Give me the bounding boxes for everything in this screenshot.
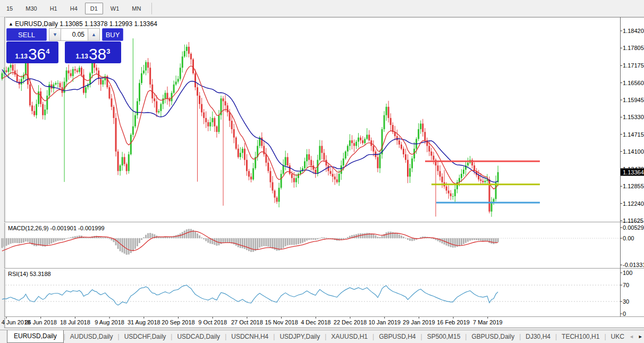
chart-tab-gbpusd-h4[interactable]: GBPUSD,H4 — [374, 331, 420, 342]
sell-price-display[interactable]: 1.13 36 4 — [6, 41, 58, 63]
candle — [289, 165, 291, 174]
candle — [351, 140, 353, 143]
candle — [362, 140, 363, 143]
date-tick-label: 22 Dec 2018 — [334, 319, 367, 325]
candle — [33, 111, 35, 115]
candle — [430, 152, 432, 156]
candle — [295, 178, 297, 182]
chart-tab-dj30-h4[interactable]: DJ30,H4 — [521, 331, 555, 342]
candle — [452, 196, 454, 197]
candle — [120, 165, 121, 171]
candle — [330, 171, 332, 174]
candle — [141, 73, 142, 83]
chart-tab-audusd-daily[interactable]: AUDUSD,Daily — [65, 331, 118, 342]
chart-tab-gbpusd-daily[interactable]: GBPUSD,Daily — [467, 331, 519, 342]
price-tick-label: 1.17805 — [623, 45, 644, 51]
lot-decrease-button[interactable]: ▼ — [49, 28, 61, 41]
buy-button[interactable]: BUY — [102, 28, 123, 41]
chart-tab-usdjpy-daily[interactable]: USDJPY,Daily — [275, 331, 325, 342]
date-tick-label: 4 Dec 2018 — [301, 319, 331, 325]
buy-price-point: 3 — [106, 47, 110, 55]
candle — [310, 160, 312, 166]
tab-scroll-left-icon[interactable]: ◄ — [629, 334, 634, 339]
price-tick-label: 1.15330 — [623, 114, 644, 120]
candle — [85, 87, 87, 93]
buy-price-display[interactable]: 1.13 38 3 — [65, 41, 121, 63]
macd-tick-label: 0.005292 — [623, 224, 644, 231]
timeframe-button-m30[interactable]: M30 — [20, 3, 42, 14]
chart-tab-usdchf-daily[interactable]: USDCHF,Daily — [120, 331, 171, 342]
candle — [68, 71, 70, 73]
timeframe-button-mn[interactable]: MN — [126, 3, 146, 14]
candle — [396, 136, 398, 140]
candle — [173, 85, 175, 93]
price-tick-label: 1.14715 — [623, 131, 644, 138]
candle — [21, 79, 22, 85]
candle — [27, 62, 29, 85]
candle — [31, 105, 33, 111]
sell-price-prefix: 1.13 — [15, 53, 28, 60]
price-tick-label: 1.12240 — [623, 200, 644, 207]
candle — [300, 171, 301, 174]
candle — [128, 154, 130, 171]
candle — [77, 71, 78, 72]
candle — [124, 157, 125, 164]
macd-tick-label: 0.00 — [623, 235, 634, 241]
toolbar-separator — [151, 3, 152, 14]
timeframe-button-h1[interactable]: H1 — [45, 3, 63, 14]
timeframe-button-d1[interactable]: D1 — [85, 3, 103, 14]
timeframe-button-h4[interactable]: H4 — [65, 3, 83, 14]
date-tick-label: 7 Mar 2019 — [473, 319, 503, 325]
candle — [334, 177, 336, 179]
date-tick-label: 9 Aug 2018 — [95, 319, 124, 325]
date-tick-label: 29 Jan 2019 — [403, 319, 435, 325]
candle — [225, 101, 226, 105]
chart-tab-eurusd-daily[interactable]: EURUSD,Daily — [7, 330, 64, 343]
timeframe-button-15[interactable]: 15 — [1, 3, 18, 14]
candle — [115, 118, 117, 152]
buy-price-prefix: 1.13 — [76, 53, 88, 60]
candle — [341, 165, 342, 174]
macd-indicator-label: MACD(12,26,9) -0.001901 -0.001999 — [8, 225, 105, 231]
candle — [12, 65, 14, 71]
timeframe-button-w1[interactable]: W1 — [105, 3, 125, 14]
candle — [244, 149, 245, 160]
candle — [278, 188, 280, 202]
chart-tab-xauusd-h1[interactable]: XAUUSD,H1 — [326, 331, 372, 342]
candle — [343, 158, 344, 165]
date-tick-label: 31 Aug 2018 — [128, 319, 160, 325]
chart-tab-usdcad-daily[interactable]: USDCAD,Daily — [172, 331, 225, 342]
chart-tab-ukc[interactable]: UKC — [606, 331, 629, 342]
candle — [16, 74, 18, 81]
candle — [467, 163, 469, 165]
chart-tab-tech100-h1[interactable]: TECH100,H1 — [557, 331, 604, 342]
candle — [10, 65, 12, 68]
candle — [100, 79, 101, 85]
candle — [428, 146, 430, 152]
collapse-panel-icon[interactable]: ▲ — [9, 21, 13, 27]
candle — [399, 140, 400, 145]
chart-ohlc-values: 1.13085 1.13378 1.12993 1.13364 — [60, 20, 157, 28]
chart-tab-sp500-m15[interactable]: SP500,M15 — [422, 331, 465, 342]
candle — [478, 175, 479, 180]
tab-scroll-right-icon[interactable]: ► — [638, 334, 643, 339]
candle — [439, 171, 441, 177]
lot-increase-button[interactable]: ▲ — [88, 28, 100, 41]
candle — [403, 149, 404, 155]
chart-tab-usdcnh-h4[interactable]: USDCNH,H4 — [226, 331, 273, 342]
candle — [480, 179, 481, 181]
candle — [60, 83, 61, 87]
sell-button[interactable]: SELL — [6, 28, 47, 41]
lot-size-input[interactable] — [61, 28, 88, 41]
candle — [201, 104, 202, 113]
candle — [130, 135, 132, 154]
price-tick-label: 1.18420 — [623, 28, 644, 34]
candle — [338, 174, 340, 182]
date-tick-label: 9 Oct 2018 — [198, 319, 227, 325]
candle — [235, 138, 237, 149]
macd-tick-label: -0.01331 — [623, 262, 644, 268]
candle — [349, 140, 351, 146]
candle — [214, 118, 215, 127]
current-price-text: 1.13364 — [623, 169, 644, 175]
candle — [360, 138, 361, 140]
